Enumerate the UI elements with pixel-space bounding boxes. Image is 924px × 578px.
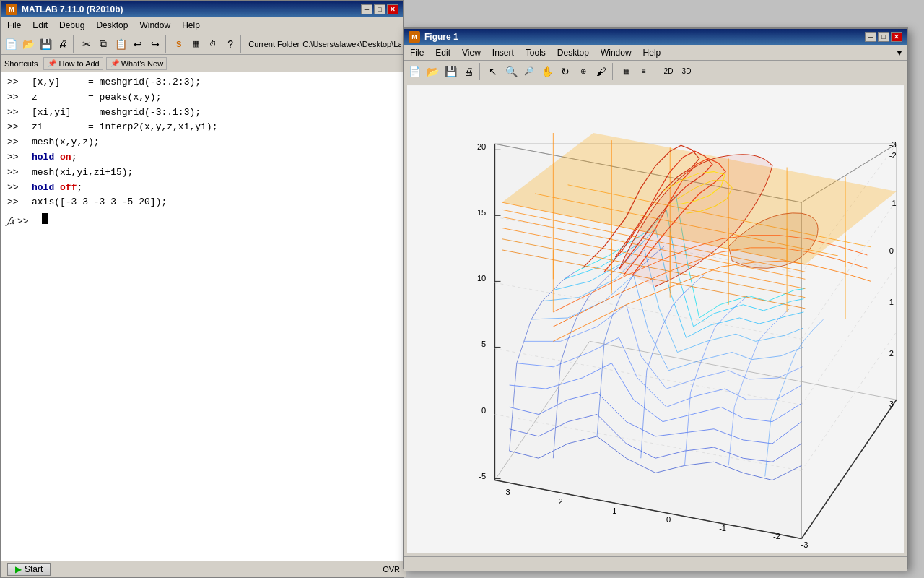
console-line-6: >> hold on; [7,150,397,165]
fig-menu-file[interactable]: File [404,45,430,60]
matlab-main-window: M MATLAB 7.11.0 (R2010b) ─ □ ✕ File Edit… [0,0,404,578]
prompt-6: >> [7,150,29,165]
cursor-block [42,213,48,224]
print-btn[interactable]: 🖨 [54,35,71,53]
y-label-2: 2 [889,349,894,358]
fig-menu-insert[interactable]: Insert [487,45,520,60]
menu-debug[interactable]: Debug [53,17,90,33]
fig-pan-btn[interactable]: ✋ [539,63,556,80]
console-line-3: >> [xi,yi] = meshgrid(-3:.1:3); [7,105,397,121]
fig-menu-window[interactable]: Window [595,45,637,60]
x-label-neg3-front: 3 [506,488,510,496]
matlab-statusbar: ▶ Start OVR [1,561,406,577]
code-1: [x,y] = meshgrid(-3:.2:3); [32,75,201,90]
menu-help[interactable]: Help [176,17,206,33]
x-label-1-front: 1 [612,506,616,515]
cut-btn[interactable]: ✂ [78,35,95,53]
z-label-20: 20 [477,142,486,151]
fx-label: 𝑓𝑥 [7,213,14,229]
matlab-console[interactable]: >> [x,y] = meshgrid(-3:.2:3); >> z = pea… [1,72,403,564]
fig-zoom-in-btn[interactable]: 🔍 [502,63,520,80]
prompt-10: >> [17,215,39,230]
fig-2d-btn[interactable]: 2D [660,63,677,80]
x-label-neg3-front2: -3 [801,540,808,549]
fig-sep2 [612,63,615,80]
fig-close-btn[interactable]: ✕ [891,32,902,42]
prompt-5: >> [7,135,29,150]
fig-sep3 [655,63,658,80]
open-btn[interactable]: 📂 [20,35,37,53]
x-label-2-front: 2 [558,497,562,506]
console-line-fx: 𝑓𝑥 >> [7,213,397,230]
sep1 [73,35,76,53]
start-button[interactable]: ▶ Start [7,563,51,576]
fig-pointer-btn[interactable]: ↖ [484,63,502,80]
guide-btn[interactable]: ▦ [188,35,204,53]
fig-colorbar-btn[interactable]: ▦ [617,63,635,80]
help-btn[interactable]: ? [222,35,239,53]
undo-btn[interactable]: ↩ [130,35,147,53]
prompt-8: >> [7,181,29,196]
simulink-btn[interactable]: S [170,35,187,53]
prompt-1: >> [7,75,29,90]
fig-titlebar: M Figure 1 ─ □ ✕ [404,29,907,45]
z-label-neg5: -5 [479,472,486,480]
redo-btn[interactable]: ↪ [147,35,163,53]
fig-zoom-out-btn[interactable]: 🔎 [520,63,538,80]
fig-expand-icon[interactable]: ▼ [895,48,907,58]
fig-sep1 [479,63,482,80]
copy-btn[interactable]: ⧉ [95,35,112,53]
code-9: axis([-3 3 -3 3 -5 20]); [32,195,167,210]
fig-app-icon: M [409,31,420,43]
matlab-minimize-btn[interactable]: ─ [361,4,372,14]
current-folder-path: C:\Users\slawek\Desktop\Lab [302,40,401,48]
matlab-close-btn[interactable]: ✕ [387,4,398,14]
fig-new-btn[interactable]: 📄 [406,63,423,80]
how-to-add-shortcut[interactable]: 📌 How to Add [43,57,103,70]
code-2: z = peaks(x,y); [32,90,161,105]
fig-print-btn[interactable]: 🖨 [460,63,477,80]
menu-file[interactable]: File [1,17,27,33]
fig-menu-view[interactable]: View [456,45,487,60]
fig-legend-btn[interactable]: ≡ [635,63,653,80]
z-label-10: 10 [477,274,486,282]
y-label-neg2: -2 [889,151,897,160]
console-line-8: >> hold off; [7,181,397,196]
shortcuts-label: Shortcuts [4,59,38,68]
code-6: hold on; [32,150,77,165]
menu-window[interactable]: Window [134,17,176,33]
code-5: mesh(x,y,z); [32,135,100,150]
whats-new-shortcut[interactable]: 📌 What's New [106,57,167,70]
menu-edit[interactable]: Edit [27,17,53,33]
fig-datacursor-btn[interactable]: ⊕ [575,63,592,80]
fig-menu-help[interactable]: Help [637,45,667,60]
matlab-maximize-btn[interactable]: □ [374,4,385,14]
prompt-3: >> [7,105,29,121]
prompt-4: >> [7,120,29,135]
matlab-title-left: M MATLAB 7.11.0 (R2010b) [6,4,123,15]
console-line-5: >> mesh(x,y,z); [7,135,397,150]
fig-menu-edit[interactable]: Edit [430,45,456,60]
fig-3d-btn[interactable]: 3D [678,63,695,80]
fig-statusbar [404,556,907,571]
fig-rotate-btn[interactable]: ↻ [557,63,574,80]
fig-open-btn[interactable]: 📂 [424,63,441,80]
paste-btn[interactable]: 📋 [113,35,129,53]
z-label-0: 0 [481,406,486,415]
fig-menu-tools[interactable]: Tools [520,45,552,60]
fig-plot-svg: 20 15 10 5 0 -5 3 2 1 0 -1 -2 -3 3 2 1 [407,85,904,553]
new-file-btn[interactable]: 📄 [3,35,19,53]
profiler-btn[interactable]: ⏱ [205,35,222,53]
save-btn[interactable]: 💾 [38,35,54,53]
fig-menu-desktop[interactable]: Desktop [552,45,595,60]
console-line-7: >> mesh(xi,yi,zi+15); [7,165,397,181]
fig-minimize-btn[interactable]: ─ [865,32,876,42]
y-label-0: 0 [889,246,894,255]
start-icon: ▶ [15,564,22,574]
fig-maximize-btn[interactable]: □ [878,32,889,42]
y-label-3: 3 [889,400,894,408]
fig-brush-btn[interactable]: 🖌 [593,63,610,80]
y-label-neg3: -3 [889,140,897,149]
fig-save-btn[interactable]: 💾 [442,63,459,80]
menu-desktop[interactable]: Desktop [90,17,134,33]
